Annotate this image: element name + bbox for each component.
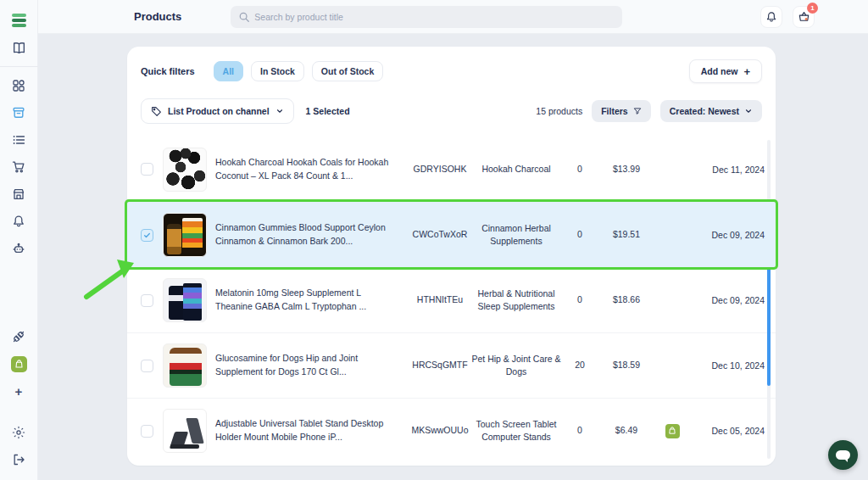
chat-bubble-icon <box>836 450 850 460</box>
plus-icon: + <box>743 65 750 78</box>
ai-robot-icon[interactable] <box>8 238 29 259</box>
list-on-channel-button[interactable]: List Product on channel <box>141 98 294 124</box>
product-date: Dec 09, 2024 <box>688 295 776 305</box>
basket-button[interactable]: 1 <box>793 6 815 28</box>
filters-button-label: Filters <box>601 106 628 116</box>
docs-book-icon[interactable] <box>8 37 29 58</box>
add-new-label: Add new <box>701 66 738 76</box>
toolbar-right: 15 products Filters Created: Newest <box>536 100 762 122</box>
quick-filters-row: Quick filters All In Stock Out of Stock … <box>141 59 762 84</box>
integrations-plug-icon[interactable] <box>8 327 29 347</box>
row-checkbox[interactable] <box>141 360 153 372</box>
sidebar-divider <box>0 66 38 67</box>
bell-icon <box>765 11 777 23</box>
scrollbar-thumb[interactable] <box>767 267 771 386</box>
product-category: Touch Screen Tablet Computer Stands <box>470 418 563 444</box>
product-category: Pet Hip & Joint Care & Dogs <box>470 353 563 378</box>
settings-gear-icon[interactable] <box>8 422 29 443</box>
search-input[interactable] <box>231 6 622 28</box>
dashboard-grid-icon[interactable] <box>8 75 29 96</box>
storefront-icon[interactable] <box>8 184 29 204</box>
product-price: $18.66 <box>597 293 656 306</box>
app-logo-icon[interactable] <box>8 10 29 31</box>
top-actions: 1 <box>760 6 815 28</box>
add-new-button[interactable]: Add new + <box>689 59 762 83</box>
top-header: Products 1 <box>38 0 868 34</box>
product-category: Cinnamon Herbal Supplements <box>470 222 563 248</box>
product-sku: GDRYISOHK <box>410 163 470 176</box>
add-channel-plus-icon[interactable]: + <box>8 381 29 401</box>
product-sku: HRCSqGMTF <box>410 359 470 371</box>
products-page: + Products 1 Quick filter <box>0 0 868 480</box>
product-category: Hookah Charcoal <box>470 163 563 176</box>
product-date: Dec 10, 2024 <box>688 360 776 371</box>
notifications-bell-icon[interactable] <box>8 211 29 232</box>
search-icon <box>238 11 250 23</box>
product-date: Dec 11, 2024 <box>688 165 776 175</box>
product-sku: MKSwwOUUo <box>410 424 470 437</box>
table-row[interactable]: Hookah Charcoal Hookah Coals for Hookah … <box>127 137 776 202</box>
list-on-channel-label: List Product on channel <box>168 106 270 116</box>
product-price: $13.99 <box>597 163 656 176</box>
product-date: Dec 09, 2024 <box>688 230 776 240</box>
chevron-down-icon <box>744 107 753 115</box>
channel-badge-slot <box>665 293 680 308</box>
quick-filters-label: Quick filters <box>141 66 195 76</box>
chevron-down-icon <box>275 107 284 115</box>
funnel-icon <box>633 107 642 115</box>
product-title[interactable]: Melatonin 10mg Sleep Supplement L Theani… <box>215 287 410 314</box>
product-category: Herbal & Nutritional Sleep Supplements <box>470 287 563 313</box>
product-image <box>163 148 207 192</box>
shopify-channel-icon[interactable] <box>8 354 29 374</box>
channel-badge-slot <box>665 228 680 243</box>
product-stock: 20 <box>563 359 597 371</box>
products-archive-icon-active[interactable] <box>8 103 29 123</box>
page-title: Products <box>134 10 181 23</box>
products-table: Hookah Charcoal Hookah Coals for Hookah … <box>127 137 776 463</box>
selected-count-label: 1 Selected <box>306 106 350 116</box>
product-stock: 0 <box>563 228 597 241</box>
row-checkbox-checked[interactable] <box>141 229 153 242</box>
product-sku: HTHNItTEu <box>410 293 470 306</box>
logout-icon[interactable] <box>8 449 29 470</box>
product-image <box>163 343 207 388</box>
table-row[interactable]: Glucosamine for Dogs Hip and Joint Suppl… <box>127 332 776 398</box>
product-title[interactable]: Glucosamine for Dogs Hip and Joint Suppl… <box>215 352 410 379</box>
checkmark-icon <box>143 232 151 239</box>
product-title[interactable]: Hookah Charcoal Hookah Coals for Hookah … <box>215 156 410 183</box>
product-title[interactable]: Cinnamon Gummies Blood Support Ceylon Ci… <box>215 221 410 248</box>
shopify-bag-icon <box>668 427 676 435</box>
sort-button-label: Created: Newest <box>670 106 739 116</box>
row-checkbox[interactable] <box>141 294 153 307</box>
table-row[interactable]: Adjustable Universal Tablet Stand Deskto… <box>127 398 776 463</box>
list-orders-icon[interactable] <box>8 130 29 150</box>
product-price: $18.59 <box>597 359 656 371</box>
row-checkbox[interactable] <box>141 163 153 176</box>
sort-button[interactable]: Created: Newest <box>660 100 762 122</box>
search-bar <box>231 6 622 28</box>
filter-chip-in-stock[interactable]: In Stock <box>251 61 304 81</box>
basket-count-badge: 1 <box>807 3 818 14</box>
product-price: $6.49 <box>597 424 656 437</box>
product-stock: 0 <box>563 424 597 437</box>
notifications-button[interactable] <box>760 6 782 28</box>
filters-button[interactable]: Filters <box>592 100 651 122</box>
table-row[interactable]: Melatonin 10mg Sleep Supplement L Theani… <box>127 267 776 332</box>
sidebar: + <box>0 0 38 480</box>
product-title[interactable]: Adjustable Universal Tablet Stand Deskto… <box>215 417 410 444</box>
products-card: Quick filters All In Stock Out of Stock … <box>127 47 776 466</box>
table-row-selected[interactable]: Cinnamon Gummies Blood Support Ceylon Ci… <box>127 202 776 267</box>
product-stock: 0 <box>563 293 597 306</box>
filter-chip-out-of-stock[interactable]: Out of Stock <box>312 61 383 81</box>
product-image <box>163 409 207 453</box>
cart-icon[interactable] <box>8 157 29 177</box>
scrollbar-track[interactable] <box>767 140 771 459</box>
tag-icon <box>151 106 162 117</box>
chat-launcher-button[interactable] <box>828 440 858 470</box>
product-date: Dec 05, 2024 <box>688 426 776 436</box>
toolbar-row: List Product on channel 1 Selected 15 pr… <box>141 98 762 125</box>
row-checkbox[interactable] <box>141 425 153 438</box>
channel-badge-slot <box>665 359 680 373</box>
products-count: 15 products <box>536 106 582 116</box>
filter-chip-all[interactable]: All <box>214 61 243 81</box>
